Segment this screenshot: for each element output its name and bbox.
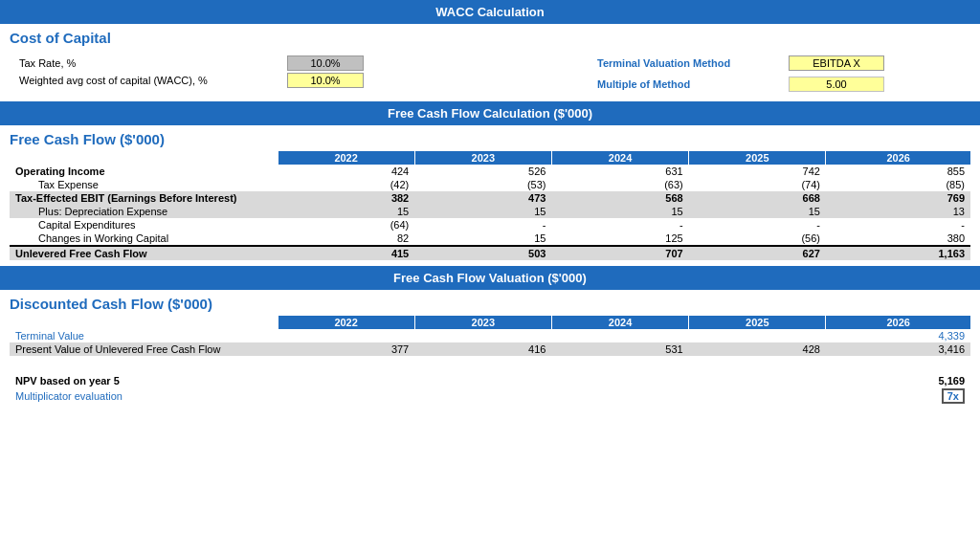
cost-left: Tax Rate, % 10.0% Weighted avg cost of c… (19, 54, 578, 90)
dcf-year-2022: 2022 (278, 316, 414, 329)
pv-2022: 377 (278, 342, 414, 356)
capex-2025: - (689, 218, 826, 232)
fcf-section: Free Cash Flow ($'000) 2022 2023 2024 20… (0, 125, 980, 266)
te-2024: (63) (551, 178, 688, 191)
pv-2023: 416 (414, 342, 551, 356)
terminal-method-value[interactable]: EBITDA X (789, 55, 884, 71)
pv-label: Present Value of Unlevered Free Cash Flo… (10, 342, 278, 356)
fcf-table: 2022 2023 2024 2025 2026 Operating Incom… (10, 151, 970, 260)
pv-2025: 428 (689, 342, 826, 356)
wc-2023: 15 (414, 232, 551, 246)
te-2022: (42) (278, 178, 414, 191)
fcf-calc-header: Free Cash Flow Calculation ($'000) (0, 101, 980, 125)
main-wrapper: WACC Calculation Cost of Capital Tax Rat… (0, 0, 980, 410)
tax-rate-label: Tax Rate, % (19, 57, 287, 69)
ufcf-row: Unlevered Free Cash Flow 415 503 707 627… (10, 246, 970, 260)
wacc-value[interactable]: 10.0% (287, 73, 364, 88)
fcf-year-header-row: 2022 2023 2024 2025 2026 (10, 151, 970, 165)
ufcf-label: Unlevered Free Cash Flow (10, 246, 278, 260)
dcf-section-title: Discounted Cash Flow ($'000) (0, 290, 980, 316)
oi-2022: 424 (278, 165, 414, 178)
te-2026: (85) (826, 178, 970, 191)
operating-income-label: Operating Income (10, 165, 278, 178)
fcf-calc-title: Free Cash Flow Calculation ($'000) (388, 106, 592, 121)
multiple-method-value[interactable]: 5.00 (789, 77, 884, 92)
tebit-label: Tax-Effected EBIT (Earnings Before Inter… (10, 191, 278, 205)
ufcf-2023: 503 (414, 246, 551, 260)
fcf-val-title: Free Cash Flow Valuation ($'000) (393, 271, 587, 285)
dep-2024: 15 (551, 205, 688, 218)
terminal-right: Terminal Valuation Method EBITDA X Multi… (578, 54, 961, 94)
te-2025: (74) (689, 178, 826, 191)
depreciation-row: Plus: Depreciation Expense 15 15 15 15 1… (10, 205, 970, 218)
oi-2023: 526 (414, 165, 551, 178)
tv-2022 (278, 329, 414, 342)
multiple-method-row: Multiple of Method 5.00 (597, 77, 961, 92)
wc-2026: 380 (826, 232, 970, 246)
fcf-year-2022: 2022 (278, 151, 414, 165)
tv-2024 (551, 329, 688, 342)
tax-expense-row: Tax Expense (42) (53) (63) (74) (85) (10, 178, 970, 191)
tax-rate-value[interactable]: 10.0% (287, 55, 364, 71)
wc-row: Changes in Working Capital 82 15 125 (56… (10, 232, 970, 246)
fcf-label-col (10, 151, 278, 165)
pv-2024: 531 (551, 342, 688, 356)
npv-row: NPV based on year 5 5,169 (10, 371, 970, 387)
operating-income-row: Operating Income 424 526 631 742 855 (10, 165, 970, 178)
spacer (10, 356, 970, 371)
dcf-year-2024: 2024 (551, 316, 688, 329)
cost-of-capital-title: Cost of Capital (0, 24, 980, 50)
capex-row: Capital Expenditures (64) - - - - (10, 218, 970, 232)
fcf-year-2025: 2025 (689, 151, 826, 165)
wc-label: Changes in Working Capital (10, 232, 278, 246)
dcf-table: 2022 2023 2024 2025 2026 Terminal Value (10, 316, 970, 405)
tv-2023 (414, 329, 551, 342)
mult-2023 (414, 387, 551, 405)
mult-2024 (551, 387, 688, 405)
mult-2022 (278, 387, 414, 405)
ufcf-2022: 415 (278, 246, 414, 260)
npv-2024 (551, 371, 688, 387)
dcf-label-col (10, 316, 278, 329)
wacc-row: Weighted avg cost of capital (WACC), % 1… (19, 73, 578, 88)
cost-of-capital-section: Cost of Capital Tax Rate, % 10.0% Weight… (0, 24, 980, 101)
mult-2025 (689, 387, 826, 405)
fcf-section-title: Free Cash Flow ($'000) (0, 125, 980, 151)
dcf-section: Discounted Cash Flow ($'000) 2022 2023 2… (0, 290, 980, 410)
ufcf-2024: 707 (551, 246, 688, 260)
wc-2024: 125 (551, 232, 688, 246)
capex-2026: - (826, 218, 970, 232)
npv-2022 (278, 371, 414, 387)
tax-rate-row: Tax Rate, % 10.0% (19, 55, 578, 71)
dcf-table-container: 2022 2023 2024 2025 2026 Terminal Value (0, 316, 980, 410)
oi-2025: 742 (689, 165, 826, 178)
dcf-year-2023: 2023 (414, 316, 551, 329)
oi-2024: 631 (551, 165, 688, 178)
dcf-year-2026: 2026 (826, 316, 970, 329)
capex-2024: - (551, 218, 688, 232)
fcf-val-header: Free Cash Flow Valuation ($'000) (0, 266, 980, 290)
capex-label: Capital Expenditures (10, 218, 278, 232)
dcf-year-header-row: 2022 2023 2024 2025 2026 (10, 316, 970, 329)
depreciation-label: Plus: Depreciation Expense (10, 205, 278, 218)
dcf-year-2025: 2025 (689, 316, 826, 329)
tebit-2025: 668 (689, 191, 826, 205)
te-2023: (53) (414, 178, 551, 191)
capex-2022: (64) (278, 218, 414, 232)
cost-of-capital-block: Tax Rate, % 10.0% Weighted avg cost of c… (0, 50, 980, 101)
npv-2025 (689, 371, 826, 387)
multiplicator-row: Multiplicator evaluation 7x (10, 387, 970, 405)
mult-2026[interactable]: 7x (826, 387, 970, 405)
tv-label: Terminal Value (10, 329, 278, 342)
wc-2022: 82 (278, 232, 414, 246)
dep-2025: 15 (689, 205, 826, 218)
pv-2026: 3,416 (826, 342, 970, 356)
tebit-2023: 473 (414, 191, 551, 205)
wacc-label: Weighted avg cost of capital (WACC), % (19, 75, 287, 86)
ufcf-2025: 627 (689, 246, 826, 260)
npv-2026: 5,169 (826, 371, 970, 387)
mult-label: Multiplicator evaluation (10, 387, 278, 405)
tax-expense-label: Tax Expense (10, 178, 278, 191)
npv-label: NPV based on year 5 (10, 371, 278, 387)
ufcf-2026: 1,163 (826, 246, 970, 260)
